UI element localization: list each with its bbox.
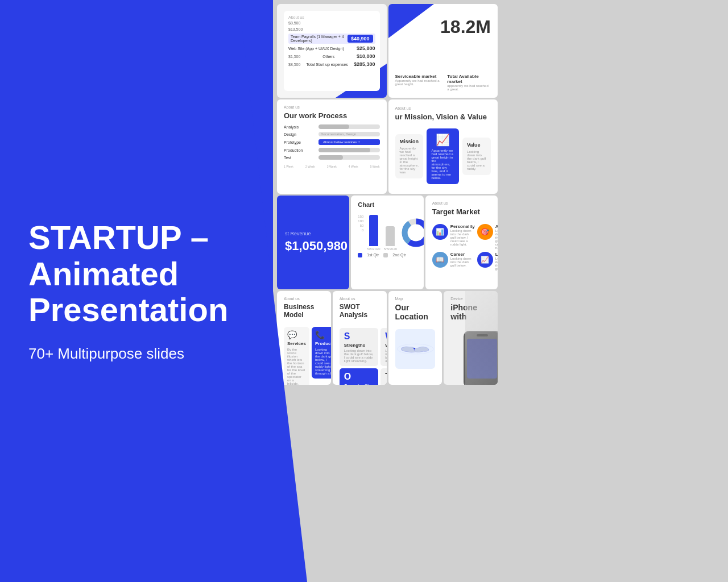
budget-highlight-row: Team Payrolls (1 Manager + 4 Developers)… <box>288 34 375 44</box>
process-analysis: Analysis <box>284 124 380 129</box>
slides-grid: About us $8,500 $13,500 Team Payrolls <box>275 2 499 381</box>
swot-opportunities: O Opportunities Looking down into the da… <box>340 368 378 385</box>
bars: 5/8/2020 5/8/2020 <box>367 215 397 251</box>
process-rows: Analysis Design Documentation, Design <box>284 124 380 163</box>
row1: About us $8,500 $13,500 Team Payrolls <box>277 4 498 98</box>
process-title: Our work Process <box>284 111 380 120</box>
target-lifestyle: 📈 Lifestyle Looking down into the dark g… <box>477 252 498 271</box>
biz-products: 📞 Products Looking down into the dark gu… <box>312 327 331 379</box>
donut-area <box>400 215 424 251</box>
title-line2: Animated <box>28 255 179 292</box>
market-total: Total Available market apparently we had… <box>447 74 491 91</box>
swot-threats: T Threats Looking down into the dark gul… <box>380 368 386 385</box>
personality-icon: 📊 <box>432 224 448 240</box>
target-personality: 📊 Personality Looking down into the dark… <box>432 224 475 250</box>
y-axis: 150 100 50 0 <box>358 215 363 251</box>
process-design: Design Documentation, Design <box>284 132 380 136</box>
target-career: 📖 Career Looking down into the dark gulf… <box>432 252 475 271</box>
age-icon: 🎯 <box>477 224 493 240</box>
market-content: 18.2M Serviceable market Apparently we h… <box>395 11 491 91</box>
process-test: Test <box>284 155 380 160</box>
market-big-number: 18.2M <box>440 16 491 38</box>
mission-title: ur Mission, Vision & Value <box>395 113 491 121</box>
bg-image <box>465 291 498 385</box>
donut-chart <box>400 217 424 248</box>
target-age: 🎯 Age Looking down into the dark gulf be… <box>477 224 498 250</box>
budget-row-2: $13,500 <box>288 27 375 31</box>
value-card: Value Looking down into the dark gulf be… <box>462 138 491 175</box>
bar-gray-1 <box>386 226 395 246</box>
row4: About us Business Model 💬 Services By th… <box>277 291 498 385</box>
map-area <box>395 329 436 369</box>
slide-revenue: st Revenue $1,050,980 <box>277 196 349 289</box>
swot-section-label: About us <box>340 297 380 301</box>
slide-target: About us Target Market 📊 Personality Loo… <box>425 196 498 289</box>
swot-strengths: S Strengths Looking down into the dark g… <box>340 328 378 366</box>
location-title: Our Location <box>395 303 436 321</box>
subtitle: 70+ Multipurpose slides <box>28 345 245 363</box>
bar-group-2: 5/8/2020 <box>384 226 397 251</box>
budget-row-total: $8,500 Total Start up expenses $285,300 <box>288 61 375 67</box>
row2: About us Our work Process Analysis Desig… <box>277 99 498 193</box>
right-panel: About us $8,500 $13,500 Team Payrolls <box>273 0 728 582</box>
age-text: Age Looking down into the dark gulf belo… <box>495 224 498 250</box>
biz-cards: 💬 Services By the scene illusion which l… <box>284 327 324 385</box>
bar-blue-1 <box>369 215 378 246</box>
page-container: STARTUP – Animated Presentation 70+ Mult… <box>0 0 728 582</box>
products-icon: 📞 <box>315 330 331 339</box>
career-icon: 📖 <box>432 252 448 268</box>
chart-legend: 1st Qtr 2nd Qtr <box>358 253 416 257</box>
prototype-bar: Almost below services !! <box>318 139 380 145</box>
legend-dot-blue <box>358 253 362 257</box>
main-title: STARTUP – Animated Presentation <box>28 219 245 328</box>
title-line3: Presentation <box>28 291 228 328</box>
legend-dot-gray <box>383 253 388 257</box>
biz-title: Business Model <box>284 303 324 319</box>
slide-mission: About us ur Mission, Vision & Value Miss… <box>388 99 498 193</box>
slide-location: Map Our Location <box>388 291 442 385</box>
career-text: Career Looking down into the dark gulf b… <box>450 252 475 267</box>
map-svg <box>395 332 436 366</box>
target-section-label: About us <box>432 201 491 205</box>
slide-swot: About us SWOT Analysis S Strengths Looki… <box>333 291 387 385</box>
svg-point-4 <box>413 348 415 350</box>
process-prototype: Prototype Almost below services !! <box>284 139 380 145</box>
mission-icon: 📈 <box>431 133 454 147</box>
revenue-label: st Revenue <box>285 231 341 236</box>
timeline: 1 Week 2 Week 3 Week 4 Week 5 Week <box>284 165 380 168</box>
biz-section-label: About us <box>284 297 324 301</box>
lifestyle-text: Lifestyle Looking down into the dark gul… <box>495 252 498 271</box>
slide-market: 18.2M Serviceable market Apparently we h… <box>388 4 498 98</box>
budget-row-others: $1,500 Others $10,000 <box>288 53 375 59</box>
mission-card: Mission Apparently we had reached a grea… <box>395 134 424 178</box>
process-production: Production <box>284 148 380 152</box>
vision-card-blue: 📈 Apparently we had reached a great heig… <box>427 128 459 184</box>
left-panel: STARTUP – Animated Presentation 70+ Mult… <box>0 0 273 582</box>
chart-area: 150 100 50 0 5/8/2020 <box>358 215 416 251</box>
title-line1: STARTUP – <box>28 219 209 256</box>
market-number-area: 18.2M <box>395 16 491 42</box>
market-bottom: Serviceable market Apparently we had rea… <box>395 74 491 91</box>
swot-title: SWOT Analysis <box>340 303 380 319</box>
lifestyle-icon: 📈 <box>477 252 493 268</box>
mission-cards: Mission Apparently we had reached a grea… <box>395 126 491 186</box>
swot-weaknesses: W Weaknesses Looking down into the dark … <box>380 328 386 366</box>
process-label: About us <box>284 105 380 109</box>
mission-section-label: About us <box>395 106 491 110</box>
budget-row-web: Web Site (App + UI/UX Design) $25,800 <box>288 45 375 51</box>
row3: st Revenue $1,050,980 Chart 150 100 50 0 <box>277 196 498 289</box>
slide-process: About us Our work Process Analysis Desig… <box>277 99 387 193</box>
bar-group-1: 5/8/2020 <box>367 215 380 251</box>
slide-budget: About us $8,500 $13,500 Team Payrolls <box>277 4 387 98</box>
location-section-label: Map <box>395 297 436 301</box>
slide-chart: Chart 150 100 50 0 5/8/2020 <box>351 196 423 289</box>
chart-title: Chart <box>358 201 416 208</box>
slide-biz: About us Business Model 💬 Services By th… <box>277 291 331 385</box>
biz-services: 💬 Services By the scene illusion which l… <box>284 327 309 385</box>
revenue-amount: $1,050,980 <box>285 239 341 253</box>
swot-grid: S Strengths Looking down into the dark g… <box>340 328 380 385</box>
personality-text: Personality Looking down into the dark g… <box>450 224 475 246</box>
services-icon: 💬 <box>287 330 306 339</box>
target-grid: 📊 Personality Looking down into the dark… <box>432 224 491 271</box>
budget-row-1: $8,500 <box>288 21 375 25</box>
